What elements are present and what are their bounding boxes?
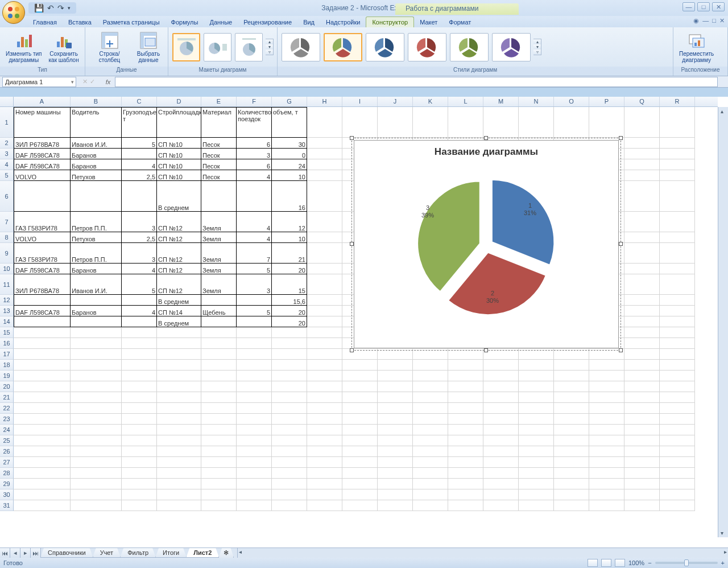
cell-A15[interactable] [14, 327, 71, 338]
cell-K28[interactable] [413, 468, 448, 479]
cell-D12[interactable]: В среднем [157, 295, 201, 306]
cell-B20[interactable] [71, 381, 122, 392]
cell-A31[interactable] [14, 500, 71, 511]
cell-B13[interactable]: Баранов [71, 306, 122, 316]
save-icon[interactable]: 💾 [34, 3, 44, 13]
cell-P20[interactable] [589, 381, 624, 392]
cell-H20[interactable] [307, 381, 342, 392]
cell-K1[interactable] [413, 107, 448, 138]
cell-K31[interactable] [413, 500, 448, 511]
cell-Q28[interactable] [624, 468, 660, 479]
cell-Q4[interactable] [624, 159, 660, 170]
cell-A1[interactable]: Номер машины [14, 107, 71, 138]
col-head-M[interactable]: M [483, 97, 519, 106]
cell-O23[interactable] [554, 414, 589, 425]
cell-E25[interactable] [201, 435, 237, 446]
cell-G12[interactable]: 15,6 [272, 295, 307, 306]
cell-Q21[interactable] [624, 392, 660, 403]
cell-E8[interactable]: Земля [201, 232, 237, 243]
cell-G23[interactable] [272, 414, 307, 425]
cell-I27[interactable] [342, 457, 378, 468]
row-head-31[interactable]: 31 [0, 500, 14, 511]
cell-N29[interactable] [519, 479, 554, 489]
cell-Q13[interactable] [624, 306, 660, 316]
cell-E3[interactable]: Песок [201, 149, 237, 159]
cell-O20[interactable] [554, 381, 589, 392]
cell-F19[interactable] [237, 371, 272, 381]
cell-A7[interactable]: ГАЗ Г583РИ78 [14, 212, 71, 232]
cell-B10[interactable]: Баранов [71, 264, 122, 274]
cell-A23[interactable] [14, 414, 71, 425]
cell-Q27[interactable] [624, 457, 660, 468]
fx-icon[interactable]: fx [101, 79, 115, 85]
cell-C20[interactable] [122, 381, 157, 392]
cell-A19[interactable] [14, 371, 71, 381]
sheet-nav-prev[interactable]: ◂ [10, 548, 20, 558]
cell-F22[interactable] [237, 403, 272, 414]
cell-M29[interactable] [483, 479, 519, 489]
cell-F18[interactable] [237, 360, 272, 371]
row-head-11[interactable]: 11 [0, 274, 14, 295]
cell-F7[interactable]: 4 [237, 212, 272, 232]
cell-L17[interactable] [448, 349, 483, 360]
cell-I31[interactable] [342, 500, 378, 511]
cell-A29[interactable] [14, 479, 71, 489]
cell-Q5[interactable] [624, 170, 660, 181]
cell-H5[interactable] [307, 170, 342, 181]
cell-B22[interactable] [71, 403, 122, 414]
cell-N23[interactable] [519, 414, 554, 425]
cell-N31[interactable] [519, 500, 554, 511]
cell-J24[interactable] [378, 425, 413, 435]
cell-N24[interactable] [519, 425, 554, 435]
cell-A4[interactable]: DAF Л598СА78 [14, 159, 71, 170]
normal-view-button[interactable] [588, 559, 598, 567]
cell-D26[interactable] [157, 446, 201, 457]
cell-N25[interactable] [519, 435, 554, 446]
zoom-in-button[interactable]: + [721, 559, 725, 566]
cell-L18[interactable] [448, 360, 483, 371]
office-button[interactable] [2, 1, 25, 24]
cell-G7[interactable]: 12 [272, 212, 307, 232]
cell-L24[interactable] [448, 425, 483, 435]
cell-F10[interactable]: 5 [237, 264, 272, 274]
cell-C26[interactable] [122, 446, 157, 457]
chart-style-3[interactable] [366, 33, 404, 61]
cell-A12[interactable] [14, 295, 71, 306]
page-layout-view-button[interactable] [601, 559, 611, 567]
sheet-tab-Лист2[interactable]: Лист2 [186, 548, 219, 558]
cell-E26[interactable] [201, 446, 237, 457]
cell-C5[interactable]: 2,5 [122, 170, 157, 181]
cell-K20[interactable] [413, 381, 448, 392]
cell-L30[interactable] [448, 489, 483, 500]
select-data-button[interactable]: Выбрать данные [133, 30, 164, 64]
cell-F24[interactable] [237, 425, 272, 435]
row-head-18[interactable]: 18 [0, 360, 14, 371]
cell-R19[interactable] [660, 371, 695, 381]
cell-G28[interactable] [272, 468, 307, 479]
cell-F15[interactable] [237, 327, 272, 338]
row-head-15[interactable]: 15 [0, 327, 14, 338]
cell-I17[interactable] [342, 349, 378, 360]
cell-N17[interactable] [519, 349, 554, 360]
cell-K22[interactable] [413, 403, 448, 414]
col-head-F[interactable]: F [237, 97, 272, 106]
row-head-20[interactable]: 20 [0, 381, 14, 392]
cell-C7[interactable]: 3 [122, 212, 157, 232]
cell-Q26[interactable] [624, 446, 660, 457]
cell-H3[interactable] [307, 149, 342, 159]
cell-F6[interactable] [237, 181, 272, 212]
cell-F14[interactable] [237, 316, 272, 327]
cell-O18[interactable] [554, 360, 589, 371]
cell-D28[interactable] [157, 468, 201, 479]
col-head-B[interactable]: B [71, 97, 122, 106]
cell-F16[interactable] [237, 338, 272, 349]
cell-F21[interactable] [237, 392, 272, 403]
cell-Q31[interactable] [624, 500, 660, 511]
ribbon-tab-Главная[interactable]: Главная [27, 17, 63, 27]
cell-R16[interactable] [660, 338, 695, 349]
cell-P18[interactable] [589, 360, 624, 371]
cell-C17[interactable] [122, 349, 157, 360]
cell-B4[interactable]: Баранов [71, 159, 122, 170]
cell-R6[interactable] [660, 181, 695, 212]
new-sheet-button[interactable]: ✻ [218, 548, 234, 558]
